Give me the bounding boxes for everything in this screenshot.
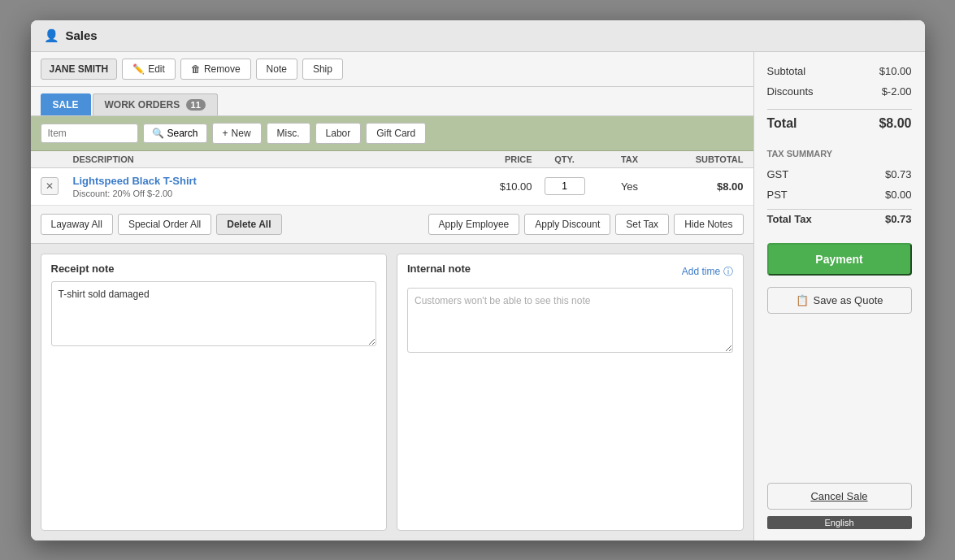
- total-tax-value: $0.73: [885, 213, 912, 225]
- header-qty: QTY.: [532, 154, 597, 164]
- subtotal-label: Subtotal: [767, 65, 806, 77]
- search-icon: 🔍: [152, 128, 164, 139]
- delete-all-button[interactable]: Delete All: [216, 214, 281, 235]
- ship-button[interactable]: Ship: [302, 59, 343, 80]
- save-quote-button[interactable]: 📋 Save as Quote: [767, 287, 912, 314]
- misc-button[interactable]: Misc.: [267, 123, 310, 144]
- note-button[interactable]: Note: [256, 59, 297, 80]
- remove-button[interactable]: 🗑 Remove: [180, 59, 251, 80]
- discounts-value: $-2.00: [882, 85, 912, 98]
- row-description: Lightspeed Black T-Shirt Discount: 20% O…: [73, 175, 451, 198]
- language-badge: English: [767, 516, 912, 529]
- receipt-note-card: Receipt note: [41, 254, 388, 531]
- item-input[interactable]: [41, 124, 138, 143]
- tab-sale[interactable]: SALE: [41, 93, 91, 115]
- notes-section: Receipt note Internal note Add time ⓘ: [31, 244, 753, 540]
- qty-input[interactable]: [545, 177, 585, 195]
- total-tax-label: Total Tax: [767, 213, 812, 225]
- add-time-link[interactable]: Add time ⓘ: [682, 265, 733, 279]
- hide-notes-button[interactable]: Hide Notes: [674, 214, 743, 235]
- discounts-row: Discounts $-2.00: [767, 84, 912, 99]
- gst-label: GST: [767, 168, 789, 180]
- internal-note-title: Internal note: [407, 263, 471, 275]
- row-subtotal: $8.00: [662, 180, 744, 193]
- header-price: PRICE: [451, 154, 532, 164]
- gst-value: $0.73: [885, 168, 912, 180]
- header-description: DESCRIPTION: [73, 154, 451, 164]
- cancel-sale-button[interactable]: Cancel Sale: [767, 483, 912, 510]
- apply-employee-button[interactable]: Apply Employee: [428, 214, 520, 235]
- gift-card-button[interactable]: Gift Card: [366, 123, 426, 144]
- payment-section: Payment: [767, 243, 912, 276]
- page-title: Sales: [66, 28, 98, 42]
- header-subtotal: SUBTOTAL: [662, 154, 744, 164]
- pencil-icon: ✏️: [132, 63, 145, 75]
- labor-button[interactable]: Labor: [315, 123, 362, 144]
- receipt-note-title: Receipt note: [51, 263, 377, 275]
- work-orders-badge: 11: [186, 99, 206, 111]
- special-order-all-button[interactable]: Special Order All: [118, 214, 211, 235]
- tab-work-orders[interactable]: WORK ORDERS 11: [93, 93, 218, 115]
- table-header: DESCRIPTION PRICE QTY. TAX SUBTOTAL: [31, 151, 753, 168]
- total-label: Total: [767, 116, 797, 131]
- discounts-label: Discounts: [767, 85, 814, 98]
- toolbar: JANE SMITH ✏️ Edit 🗑 Remove Note Ship: [31, 52, 753, 87]
- right-panel: Subtotal $10.00 Discounts $-2.00 Total $…: [754, 52, 925, 540]
- internal-note-header: Internal note Add time ⓘ: [407, 263, 733, 281]
- plus-icon: +: [223, 128, 228, 139]
- customer-button[interactable]: JANE SMITH: [41, 59, 118, 80]
- header-tax: TAX: [597, 154, 662, 164]
- subtotal-row: Subtotal $10.00: [767, 63, 912, 79]
- row-qty-cell: [532, 177, 597, 195]
- action-bar: Layaway All Special Order All Delete All…: [31, 206, 753, 244]
- total-tax-row: Total Tax $0.73: [767, 209, 912, 225]
- row-tax: Yes: [597, 180, 662, 193]
- pst-label: PST: [767, 189, 788, 201]
- apply-discount-button[interactable]: Apply Discount: [524, 214, 610, 235]
- header-empty: [41, 154, 73, 164]
- main-window: 👤 Sales JANE SMITH ✏️ Edit 🗑 Remove Note…: [31, 20, 925, 540]
- sales-icon: 👤: [44, 28, 59, 43]
- trash-icon: 🗑: [191, 63, 201, 75]
- set-tax-button[interactable]: Set Tax: [615, 214, 669, 235]
- main-layout: JANE SMITH ✏️ Edit 🗑 Remove Note Ship SA…: [31, 52, 925, 540]
- total-value: $8.00: [879, 116, 911, 131]
- layaway-all-button[interactable]: Layaway All: [41, 214, 113, 235]
- tax-summary-label: TAX SUMMARY: [767, 149, 912, 158]
- quote-icon: 📋: [796, 294, 809, 306]
- payment-button[interactable]: Payment: [767, 243, 912, 276]
- delete-row-button[interactable]: ✕: [41, 177, 59, 195]
- row-price: $10.00: [451, 180, 532, 193]
- info-icon: ⓘ: [723, 266, 733, 277]
- pst-value: $0.00: [885, 189, 912, 201]
- total-row: Total $8.00: [767, 109, 912, 132]
- gst-row: GST $0.73: [767, 167, 912, 182]
- item-name[interactable]: Lightspeed Black T-Shirt: [73, 175, 451, 187]
- edit-button[interactable]: ✏️ Edit: [122, 59, 176, 80]
- internal-note-textarea[interactable]: [407, 288, 733, 353]
- item-discount: Discount: 20% Off $-2.00: [73, 189, 451, 198]
- receipt-note-textarea[interactable]: [51, 281, 377, 346]
- item-search-bar: 🔍 Search + New Misc. Labor Gift Card: [31, 116, 753, 151]
- search-button[interactable]: 🔍 Search: [143, 124, 207, 143]
- tabs-bar: SALE WORK ORDERS 11: [31, 87, 753, 116]
- new-button[interactable]: + New: [212, 123, 262, 144]
- title-bar: 👤 Sales: [31, 20, 925, 52]
- subtotal-value: $10.00: [879, 65, 912, 77]
- row-delete-cell: ✕: [41, 177, 73, 195]
- internal-note-card: Internal note Add time ⓘ: [397, 254, 744, 531]
- table-row: ✕ Lightspeed Black T-Shirt Discount: 20%…: [31, 168, 753, 206]
- pst-row: PST $0.00: [767, 187, 912, 202]
- left-panel: JANE SMITH ✏️ Edit 🗑 Remove Note Ship SA…: [31, 52, 754, 540]
